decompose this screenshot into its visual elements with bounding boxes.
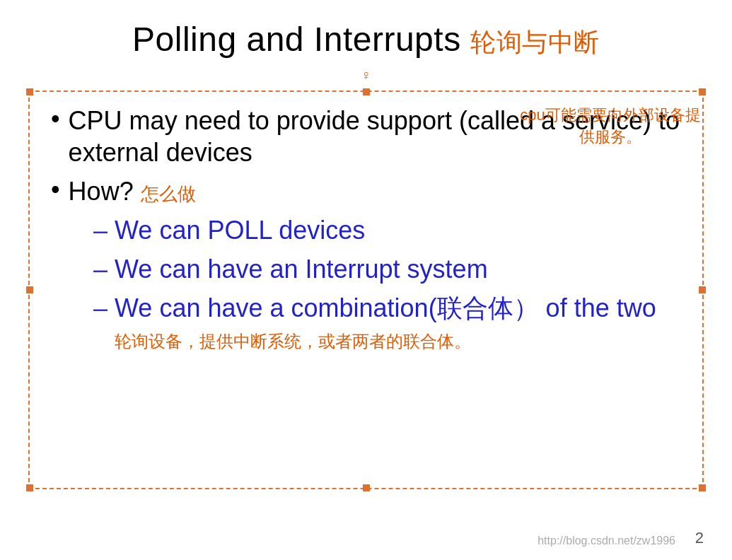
sub-dash-3: – xyxy=(93,292,108,324)
annotation-block: cpu可能需要向外部设备提供服务。 xyxy=(518,105,702,148)
translation-note: 轮询设备，提供中断系统，或者两者的联合体。 xyxy=(115,330,681,353)
corner-br xyxy=(699,484,706,491)
watermark: http://blog.csdn.net/zw1996 xyxy=(538,535,675,547)
sub-bullet-1: – We can POLL devices xyxy=(93,214,681,247)
sub-bullet-3: – We can have a combination(联合体） of the … xyxy=(93,292,681,325)
bullet-2-text: How? 怎么做 xyxy=(69,175,196,207)
how-chinese: 怎么做 xyxy=(141,182,196,206)
how-text: How? xyxy=(69,175,134,207)
sub-bullet-3-text: We can have a combination(联合体） of the tw… xyxy=(115,292,656,325)
sub-bullet-2: – We can have an Interrupt system xyxy=(93,253,681,286)
slide: Polling and Interrupts 轮询与中断 ♀ • CPU may… xyxy=(0,0,732,560)
title-chinese: 轮询与中断 xyxy=(470,28,600,57)
sub-bullets: – We can POLL devices – We can have an I… xyxy=(93,214,681,325)
sub-dash-1: – xyxy=(93,214,108,246)
bullet-dot-1: • xyxy=(51,106,60,132)
title-main: Polling and Interrupts xyxy=(132,21,461,58)
content-box: • CPU may need to provide support (calle… xyxy=(28,91,704,489)
sub-bullet-1-text: We can POLL devices xyxy=(115,214,365,247)
sub-dash-2: – xyxy=(93,253,108,285)
bullet-2: • How? 怎么做 xyxy=(51,175,681,207)
page-number: 2 xyxy=(695,529,704,547)
annotation-text: cpu可能需要向外部设备提供服务。 xyxy=(520,106,700,146)
bullet-dot-2: • xyxy=(51,177,60,202)
sub-bullet-2-text: We can have an Interrupt system xyxy=(115,253,488,286)
corner-bl xyxy=(26,484,33,491)
anchor-icon: ♀ xyxy=(0,67,732,83)
slide-title: Polling and Interrupts 轮询与中断 xyxy=(0,0,732,67)
mid-edge-bottom xyxy=(363,484,370,491)
